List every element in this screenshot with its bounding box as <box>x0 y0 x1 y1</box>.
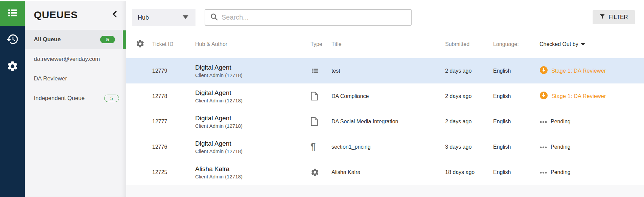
header-submitted: Submitted <box>443 41 490 47</box>
column-settings-button[interactable] <box>126 39 150 50</box>
author-name: Client Admin (12718) <box>195 123 304 129</box>
checked-out-status: Pending <box>538 169 644 175</box>
hub-dropdown[interactable]: Hub <box>132 9 196 26</box>
table-row[interactable]: 12779 Digital Agent Client Admin (12718)… <box>126 58 644 83</box>
language: English <box>490 119 538 125</box>
queue-count-badge: 5 <box>104 95 119 102</box>
language: English <box>490 144 538 150</box>
search-icon <box>210 13 218 22</box>
icon-rail <box>0 0 25 197</box>
ellipsis-icon <box>539 119 547 125</box>
top-edge <box>0 0 129 1</box>
funnel-icon <box>599 14 605 21</box>
chevron-left-icon <box>111 9 119 21</box>
queue-item-label: DA Reviewer <box>34 75 119 82</box>
submitted-date: 2 days ago <box>443 93 490 99</box>
table-row[interactable]: 12776 Digital Agent Client Admin (12718)… <box>126 134 644 159</box>
hub-author-cell: Digital Agent Client Admin (12718) <box>193 114 304 129</box>
toolbar: Hub FILTER <box>126 0 644 30</box>
language: English <box>490 93 538 99</box>
queue-count-badge: 5 <box>100 36 115 43</box>
document-icon <box>304 117 330 126</box>
pending-label: Pending <box>551 119 571 125</box>
queue-item-label: All Queue <box>34 36 100 43</box>
caret-down-icon <box>182 15 189 21</box>
hub-name: Digital Agent <box>195 64 304 72</box>
table-footer-area <box>126 185 644 197</box>
table-header: Ticket ID Hub & Author Type Title Submit… <box>126 30 644 58</box>
submitted-date: 18 days ago <box>443 169 490 175</box>
caret-down-icon <box>581 41 585 47</box>
author-name: Client Admin (12718) <box>195 148 304 154</box>
checked-out-status: Stage 1: DA Reviewer <box>538 66 644 76</box>
queue-item-label: da.reviewer@veriday.com <box>34 56 119 63</box>
rail-item-history[interactable] <box>0 26 25 53</box>
gear-icon <box>304 168 330 177</box>
filter-button-label: FILTER <box>608 14 628 21</box>
arrow-down-circle-icon <box>539 66 548 76</box>
table-row[interactable]: 12778 Digital Agent Client Admin (12718)… <box>126 83 644 109</box>
list-icon <box>6 7 19 19</box>
search-input[interactable] <box>222 14 406 21</box>
submitted-date: 2 days ago <box>443 68 490 74</box>
ticket-id: 12778 <box>150 93 193 99</box>
hub-author-cell: Digital Agent Client Admin (12718) <box>193 64 304 78</box>
rail-item-settings[interactable] <box>0 53 25 80</box>
main-content: Hub FILTER <box>126 0 644 197</box>
ticket-title: Alisha Kalra <box>330 169 443 175</box>
ticket-title: DA Compliance <box>330 93 443 99</box>
checked-out-status: Pending <box>538 144 644 150</box>
queues-app: QUEUES All Queue 5 da.reviewer@veriday.c… <box>0 0 644 197</box>
sidebar-item-da-reviewer-email[interactable]: da.reviewer@veriday.com <box>25 49 126 69</box>
hub-name: Digital Agent <box>195 140 304 148</box>
queues-sidebar: QUEUES All Queue 5 da.reviewer@veriday.c… <box>25 0 126 197</box>
rail-item-queues[interactable] <box>0 0 25 26</box>
table-row[interactable]: 12777 Digital Agent Client Admin (12718)… <box>126 109 644 134</box>
gear-icon <box>6 60 19 72</box>
author-name: Client Admin (12718) <box>195 72 304 78</box>
hub-name: Digital Agent <box>195 89 304 97</box>
stage-label: Stage 1: DA Reviewer <box>551 93 606 99</box>
hub-author-cell: Digital Agent Client Admin (12718) <box>193 140 304 154</box>
history-icon <box>6 33 19 46</box>
ticket-title: DA Social Media Integration <box>330 119 443 125</box>
author-name: Client Admin (12718) <box>195 98 304 103</box>
header-type: Type <box>304 41 330 47</box>
filter-button[interactable]: FILTER <box>593 10 635 24</box>
sidebar-item-da-reviewer[interactable]: DA Reviewer <box>25 69 126 89</box>
language: English <box>490 169 538 175</box>
submitted-date: 2 days ago <box>443 119 490 125</box>
ticket-id: 12779 <box>150 68 193 74</box>
ellipsis-icon <box>539 144 547 150</box>
hub-name: Alisha Kalra <box>195 165 304 173</box>
sidebar-item-all-queue[interactable]: All Queue 5 <box>25 30 126 49</box>
pilcrow-icon: ¶ <box>304 142 330 151</box>
page-title: QUEUES <box>34 9 111 21</box>
ticket-title: section1_pricing <box>330 144 443 150</box>
pending-label: Pending <box>551 144 571 150</box>
hub-author-cell: Digital Agent Client Admin (12718) <box>193 89 304 103</box>
gear-icon <box>136 44 145 49</box>
language: English <box>490 68 538 74</box>
header-checked-out-by-label: Checked Out by <box>539 41 578 47</box>
hub-author-cell: Alisha Kalra Client Admin (12718) <box>193 165 304 179</box>
sidebar-header: QUEUES <box>25 0 126 30</box>
stage-label: Stage 1: DA Reviewer <box>551 68 606 74</box>
header-title: Title <box>330 41 443 47</box>
pending-label: Pending <box>551 169 571 175</box>
header-checked-out-by[interactable]: Checked Out by <box>538 41 644 47</box>
checked-out-status: Pending <box>538 119 644 125</box>
author-name: Client Admin (12718) <box>195 174 304 179</box>
checked-out-status: Stage 1: DA Reviewer <box>538 91 644 101</box>
hub-dropdown-value: Hub <box>138 14 182 21</box>
ticket-id: 12725 <box>150 169 193 175</box>
sidebar-item-independent-queue[interactable]: Independent Queue 5 <box>25 89 126 108</box>
document-icon <box>304 92 330 101</box>
ellipsis-icon <box>539 169 547 175</box>
ticket-id: 12776 <box>150 144 193 150</box>
collapse-sidebar-button[interactable] <box>111 9 119 21</box>
hub-name: Digital Agent <box>195 114 304 122</box>
list-icon <box>304 67 330 75</box>
table-row[interactable]: 12725 Alisha Kalra Client Admin (12718) … <box>126 159 644 185</box>
arrow-down-circle-icon <box>539 91 548 101</box>
